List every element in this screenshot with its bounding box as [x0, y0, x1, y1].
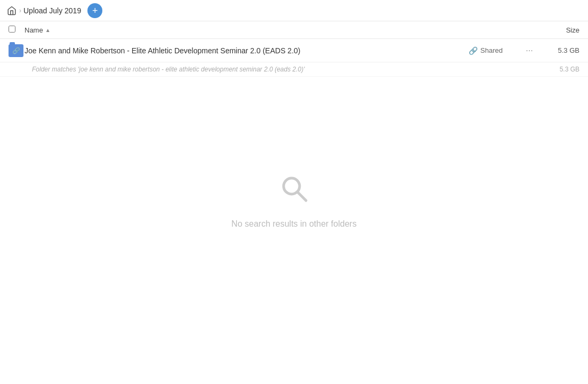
- breadcrumb: › Upload July 2019 +: [6, 3, 102, 18]
- shared-label: Shared: [480, 46, 503, 54]
- select-all-checkbox-container[interactable]: [9, 26, 25, 34]
- more-options-button[interactable]: ···: [522, 43, 537, 58]
- select-all-checkbox[interactable]: [9, 26, 15, 33]
- header: › Upload July 2019 +: [0, 0, 588, 21]
- shared-link-icon: 🔗: [469, 46, 478, 55]
- empty-state: No search results in other folders: [0, 77, 588, 229]
- file-size: 5.3 GB: [537, 46, 579, 54]
- svg-line-1: [297, 192, 306, 201]
- home-icon[interactable]: [6, 5, 17, 16]
- folder-icon: 🔗: [9, 44, 23, 57]
- breadcrumb-title: Upload July 2019: [23, 6, 81, 15]
- breadcrumb-separator: ›: [19, 7, 21, 14]
- file-row[interactable]: 🔗 Joe Kenn and Mike Robertson - Elite At…: [0, 39, 588, 62]
- column-headers: Name ▲ Size: [0, 21, 588, 39]
- sub-match-row: Folder matches 'joe kenn and mike robert…: [0, 62, 588, 77]
- sub-match-size: 5.3 GB: [537, 66, 579, 73]
- link-icon: 🔗: [12, 47, 20, 54]
- add-button[interactable]: +: [87, 3, 102, 18]
- shared-area: 🔗 Shared: [469, 46, 522, 55]
- sort-arrow-icon: ▲: [45, 27, 51, 33]
- empty-search-icon: [278, 173, 310, 211]
- size-column-header: Size: [537, 26, 579, 34]
- file-name: Joe Kenn and Mike Robertson - Elite Athl…: [25, 46, 469, 55]
- name-column-header[interactable]: Name ▲: [25, 26, 537, 34]
- name-column-label: Name: [25, 26, 43, 34]
- empty-state-text: No search results in other folders: [231, 219, 357, 229]
- sub-match-text: Folder matches 'joe kenn and mike robert…: [32, 66, 537, 73]
- file-icon-container: 🔗: [9, 44, 25, 57]
